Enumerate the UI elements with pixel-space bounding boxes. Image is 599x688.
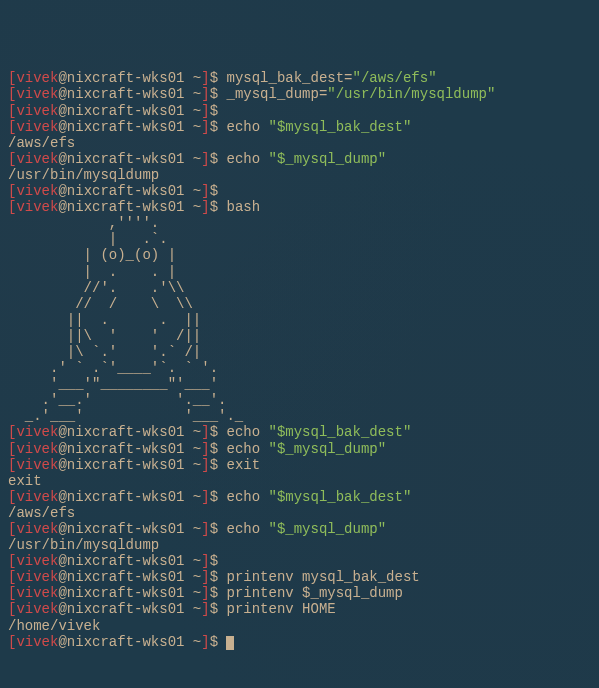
prompt-symbol: $ <box>210 424 227 440</box>
bracket-close: ] <box>201 521 209 537</box>
at-sign: @ <box>58 119 66 135</box>
bracket-close: ] <box>201 441 209 457</box>
hostname: nixcraft-wks01 <box>67 70 185 86</box>
terminal-line: [vivek@nixcraft-wks01 ~]$ _mysql_dump="/… <box>8 86 591 102</box>
command-text: printenv $_mysql_dump <box>226 585 402 601</box>
prompt-symbol: $ <box>210 183 227 199</box>
at-sign: @ <box>58 553 66 569</box>
terminal-output[interactable]: [vivek@nixcraft-wks01 ~]$ mysql_bak_dest… <box>8 70 591 649</box>
prompt-symbol: $ <box>210 553 227 569</box>
path: ~ <box>184 70 201 86</box>
bracket-close: ] <box>201 183 209 199</box>
path: ~ <box>184 199 201 215</box>
prompt-symbol: $ <box>210 86 227 102</box>
at-sign: @ <box>58 585 66 601</box>
prompt-symbol: $ <box>210 569 227 585</box>
username: vivek <box>16 457 58 473</box>
ascii-art: ,''''. | .`. | (o)_(o) | | . . | //'. .'… <box>8 215 591 424</box>
username: vivek <box>16 151 58 167</box>
command-text: echo <box>226 521 268 537</box>
terminal-line: [vivek@nixcraft-wks01 ~]$ echo "$_mysql_… <box>8 521 591 537</box>
terminal-line: [vivek@nixcraft-wks01 ~]$ echo "$mysql_b… <box>8 119 591 135</box>
hostname: nixcraft-wks01 <box>67 424 185 440</box>
output-line: /aws/efs <box>8 135 591 151</box>
username: vivek <box>16 634 58 650</box>
username: vivek <box>16 585 58 601</box>
hostname: nixcraft-wks01 <box>67 441 185 457</box>
prompt-symbol: $ <box>210 634 227 650</box>
path: ~ <box>184 634 201 650</box>
string-literal: "$mysql_bak_dest" <box>269 489 412 505</box>
path: ~ <box>184 103 201 119</box>
command-text: echo <box>226 151 268 167</box>
prompt-symbol: $ <box>210 151 227 167</box>
hostname: nixcraft-wks01 <box>67 553 185 569</box>
at-sign: @ <box>58 569 66 585</box>
bracket-close: ] <box>201 634 209 650</box>
terminal-line: [vivek@nixcraft-wks01 ~]$ printenv HOME <box>8 601 591 617</box>
username: vivek <box>16 199 58 215</box>
username: vivek <box>16 424 58 440</box>
hostname: nixcraft-wks01 <box>67 521 185 537</box>
prompt-symbol: $ <box>210 70 227 86</box>
terminal-line: [vivek@nixcraft-wks01 ~]$ <box>8 634 591 650</box>
at-sign: @ <box>58 601 66 617</box>
output-line: /aws/efs <box>8 505 591 521</box>
at-sign: @ <box>58 199 66 215</box>
at-sign: @ <box>58 183 66 199</box>
hostname: nixcraft-wks01 <box>67 183 185 199</box>
prompt-symbol: $ <box>210 489 227 505</box>
prompt-symbol: $ <box>210 103 227 119</box>
prompt-symbol: $ <box>210 119 227 135</box>
command-text: echo <box>226 489 268 505</box>
at-sign: @ <box>58 441 66 457</box>
path: ~ <box>184 424 201 440</box>
string-literal: "$mysql_bak_dest" <box>269 424 412 440</box>
command-text: echo <box>226 441 268 457</box>
string-literal: "/aws/efs" <box>353 70 437 86</box>
path: ~ <box>184 151 201 167</box>
hostname: nixcraft-wks01 <box>67 151 185 167</box>
output-line: /usr/bin/mysqldump <box>8 167 591 183</box>
bracket-close: ] <box>201 199 209 215</box>
username: vivek <box>16 70 58 86</box>
terminal-line: [vivek@nixcraft-wks01 ~]$ echo "$mysql_b… <box>8 489 591 505</box>
command-text: mysql_bak_dest= <box>226 70 352 86</box>
path: ~ <box>184 601 201 617</box>
bracket-close: ] <box>201 457 209 473</box>
bracket-close: ] <box>201 119 209 135</box>
output-line: /home/vivek <box>8 618 591 634</box>
path: ~ <box>184 553 201 569</box>
bracket-close: ] <box>201 601 209 617</box>
username: vivek <box>16 86 58 102</box>
prompt-symbol: $ <box>210 199 227 215</box>
username: vivek <box>16 553 58 569</box>
at-sign: @ <box>58 103 66 119</box>
at-sign: @ <box>58 634 66 650</box>
hostname: nixcraft-wks01 <box>67 119 185 135</box>
bracket-close: ] <box>201 489 209 505</box>
path: ~ <box>184 183 201 199</box>
terminal-line: [vivek@nixcraft-wks01 ~]$ <box>8 553 591 569</box>
prompt-symbol: $ <box>210 601 227 617</box>
hostname: nixcraft-wks01 <box>67 634 185 650</box>
hostname: nixcraft-wks01 <box>67 601 185 617</box>
output-line: exit <box>8 473 591 489</box>
string-literal: "$mysql_bak_dest" <box>269 119 412 135</box>
bracket-close: ] <box>201 424 209 440</box>
username: vivek <box>16 103 58 119</box>
username: vivek <box>16 601 58 617</box>
at-sign: @ <box>58 86 66 102</box>
hostname: nixcraft-wks01 <box>67 489 185 505</box>
string-literal: "$_mysql_dump" <box>269 521 387 537</box>
at-sign: @ <box>58 70 66 86</box>
output-line: /usr/bin/mysqldump <box>8 537 591 553</box>
command-text: bash <box>226 199 260 215</box>
terminal-line: [vivek@nixcraft-wks01 ~]$ echo "$mysql_b… <box>8 424 591 440</box>
hostname: nixcraft-wks01 <box>67 103 185 119</box>
terminal-line: [vivek@nixcraft-wks01 ~]$ exit <box>8 457 591 473</box>
path: ~ <box>184 569 201 585</box>
hostname: nixcraft-wks01 <box>67 569 185 585</box>
username: vivek <box>16 183 58 199</box>
path: ~ <box>184 457 201 473</box>
